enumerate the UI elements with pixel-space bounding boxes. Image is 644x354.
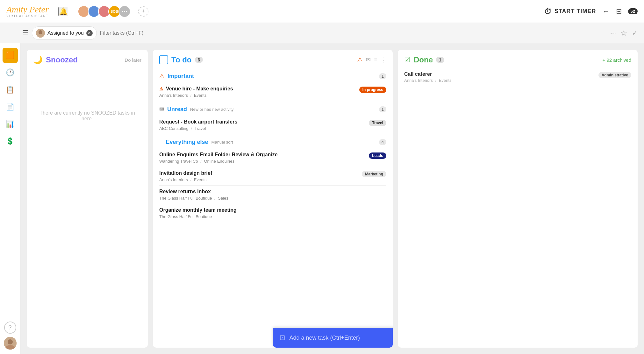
todo-more-icon[interactable]: ⋮	[381, 56, 386, 63]
add-task-icon: ⊡	[279, 334, 285, 342]
user-avatar[interactable]	[4, 337, 17, 350]
back-button[interactable]: ←	[603, 7, 610, 16]
filter-remove-button[interactable]: ✕	[86, 30, 93, 36]
task-item[interactable]: Request - Book airport transfers ABC Con…	[159, 116, 386, 134]
top-navigation: Amity Peter VIRTUAL ASSISTANT 🔔 SOB ··· …	[0, 0, 644, 23]
everything-else-count: 4	[379, 139, 386, 145]
done-header-right: + 92 archived	[603, 57, 631, 63]
task-content: Online Enquires Email Folder Review & Or…	[159, 152, 278, 164]
task-item[interactable]: ⚠ Venue hire - Make enquiries Anna's Int…	[159, 83, 386, 101]
important-section-icon: ⚠	[159, 73, 164, 80]
todo-title: To do	[171, 55, 192, 64]
snoozed-header-right: Do later	[125, 57, 141, 63]
sidebar-item-chart[interactable]: 📊	[3, 117, 18, 132]
todo-header-actions: ⚠ ✉ ≡ ⋮	[357, 56, 386, 64]
task-item[interactable]: Call caterer Anna's Interiors / Events A…	[404, 68, 631, 86]
unread-section-icon: ✉	[159, 106, 164, 113]
snoozed-title: Snoozed	[46, 55, 78, 64]
todo-header: To do 6 ⚠ ✉ ≡ ⋮	[153, 50, 393, 68]
task-tag-administrative: Administrative	[598, 72, 631, 78]
check-filter-button[interactable]: ✓	[632, 29, 638, 38]
todo-body: ⚠ Important 1 ⚠ Venue hire - Make enquir…	[153, 68, 393, 328]
task-row: Organize monthly team meeting The Glass …	[159, 207, 386, 219]
task-title: Online Enquires Email Folder Review & Or…	[159, 152, 278, 158]
unread-section-subtitle: New or has new activity	[190, 107, 234, 112]
team-avatars: SOB ···	[78, 5, 131, 18]
unread-section-count: 1	[379, 106, 386, 112]
sidebar-bottom: ?	[4, 322, 17, 350]
task-content: Invitation design brief Anna's Interiors…	[159, 170, 212, 182]
todo-count-badge: 6	[195, 57, 203, 63]
sidebar-item-clock[interactable]: 🕐	[3, 65, 18, 80]
email-filter-icon[interactable]: ✉	[366, 56, 371, 63]
task-tag-marketing: Marketing	[362, 171, 386, 177]
main-layout: 🟧 🕐 📋 📄 📊 💲 ? 🌙 Snoozed Do later	[0, 43, 644, 354]
add-task-bar[interactable]: ⊡ Add a new task (Ctrl+Enter) ➤	[273, 328, 393, 348]
help-button[interactable]: ?	[4, 322, 16, 334]
done-task-meta: Anna's Interiors / Events	[404, 78, 452, 83]
task-item[interactable]: Invitation design brief Anna's Interiors…	[159, 167, 386, 186]
task-tag-travel: Travel	[369, 120, 386, 126]
star-button[interactable]: ☆	[620, 29, 627, 38]
task-warning-icon: ⚠	[159, 86, 163, 91]
task-title: Request - Book airport transfers	[159, 119, 237, 125]
task-row: ⚠ Venue hire - Make enquiries Anna's Int…	[159, 86, 386, 98]
hamburger-button[interactable]: ☰	[22, 29, 29, 37]
done-body: Call caterer Anna's Interiors / Events A…	[398, 68, 638, 348]
filter-label: Assigned to you	[47, 30, 84, 36]
bell-button[interactable]: 🔔	[58, 7, 68, 16]
snoozed-empty-text: There are currently no SNOOZED tasks in …	[33, 110, 141, 122]
todo-column: To do 6 ⚠ ✉ ≡ ⋮ ⚠ Important 1	[153, 50, 393, 348]
sidebar-item-list[interactable]: 📄	[3, 99, 18, 115]
task-row: Invitation design brief Anna's Interiors…	[159, 170, 386, 182]
avatar-more[interactable]: ···	[118, 5, 131, 18]
do-later-label: Do later	[125, 57, 141, 63]
notification-count: 52	[628, 8, 638, 14]
notification-badge[interactable]: 52	[628, 8, 638, 14]
archived-link[interactable]: + 92 archived	[603, 57, 631, 63]
task-meta: Wandering Travel Co / Online Enquiries	[159, 159, 278, 164]
task-row: Call caterer Anna's Interiors / Events A…	[404, 71, 631, 83]
task-row: Online Enquires Email Folder Review & Or…	[159, 152, 386, 164]
task-item[interactable]: Online Enquires Email Folder Review & Or…	[159, 149, 386, 167]
logo: Amity Peter VIRTUAL ASSISTANT	[6, 5, 49, 18]
done-task-title: Call caterer	[404, 71, 452, 77]
sidebar-item-billing[interactable]: 💲	[3, 134, 18, 149]
task-meta: ABC Consulting / Travel	[159, 126, 237, 131]
sidebar-item-tasks[interactable]: 🟧	[3, 48, 18, 63]
important-section-count: 1	[379, 73, 386, 79]
snoozed-icon: 🌙	[33, 55, 43, 64]
task-meta: Anna's Interiors / Events	[159, 177, 212, 182]
task-title: Organize monthly team meeting	[159, 207, 237, 213]
task-item[interactable]: Review returns inbox The Glass Half Full…	[159, 186, 386, 204]
task-content: ⚠ Venue hire - Make enquiries Anna's Int…	[159, 86, 233, 98]
task-title: Review returns inbox	[159, 189, 228, 195]
done-title: Done	[414, 55, 433, 64]
unread-section-title: Unread	[167, 106, 187, 113]
task-meta: The Glass Half Full Boutique	[159, 214, 237, 219]
add-member-button[interactable]: +	[138, 6, 148, 17]
filter-search-input[interactable]	[100, 30, 607, 36]
snoozed-empty-state: There are currently no SNOOZED tasks in …	[33, 68, 141, 164]
snoozed-column: 🌙 Snoozed Do later There are currently n…	[27, 50, 148, 348]
more-options-button[interactable]: ···	[610, 29, 616, 38]
filter-action-buttons: ··· ☆ ✓	[610, 29, 638, 38]
task-row: Review returns inbox The Glass Half Full…	[159, 189, 386, 201]
bookmark-button[interactable]: ⊟	[616, 7, 622, 16]
important-section-header: ⚠ Important 1	[159, 68, 386, 83]
task-tag-inprogress: In progress	[359, 87, 386, 93]
important-section-title: Important	[168, 73, 194, 80]
snoozed-body: There are currently no SNOOZED tasks in …	[27, 68, 148, 348]
filter-bar: ☰ Assigned to you ✕ ··· ☆ ✓	[0, 23, 644, 43]
list-filter-icon[interactable]: ≡	[374, 57, 377, 63]
task-content: Organize monthly team meeting The Glass …	[159, 207, 237, 219]
warning-filter-icon[interactable]: ⚠	[357, 56, 363, 64]
everything-else-title: Everything else	[166, 139, 208, 145]
assigned-filter-chip[interactable]: Assigned to you ✕	[32, 26, 97, 40]
sidebar-item-board[interactable]: 📋	[3, 82, 18, 97]
done-column: ☑ Done 1 + 92 archived Call caterer Anna…	[398, 50, 638, 348]
task-item[interactable]: Organize monthly team meeting The Glass …	[159, 204, 386, 222]
sidebar: 🟧 🕐 📋 📄 📊 💲 ?	[0, 43, 20, 354]
start-timer-button[interactable]: ⏱ START TIMER	[544, 7, 596, 16]
timer-icon: ⏱	[544, 7, 552, 16]
